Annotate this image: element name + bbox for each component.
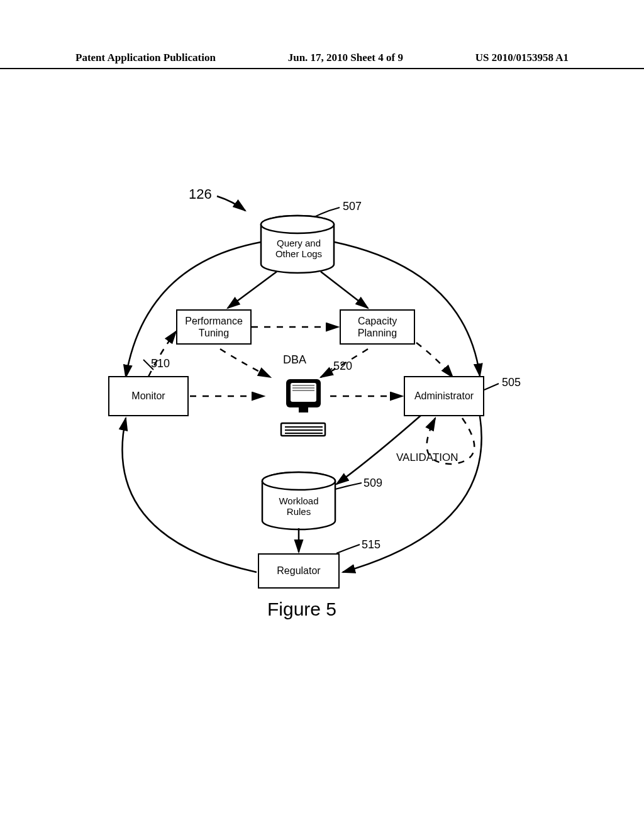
dba-label: DBA	[283, 353, 306, 367]
capacity-planning-box: Capacity Planning	[340, 309, 415, 345]
admin-box: Administrator	[404, 376, 484, 416]
ref-509: 509	[364, 477, 382, 490]
rules-label: Workload Rules	[270, 495, 327, 517]
capacity-planning-label: Capacity Planning	[343, 315, 411, 339]
figure-caption: Figure 5	[267, 599, 336, 620]
ref-515: 515	[362, 538, 380, 551]
svg-point-1	[261, 216, 334, 233]
monitor-label: Monitor	[131, 390, 165, 402]
svg-line-7	[484, 384, 499, 390]
perf-tuning-label: Performance Tuning	[180, 315, 248, 339]
validation-label: VALIDATION	[396, 451, 458, 464]
ref-505: 505	[502, 376, 521, 389]
ref-510: 510	[151, 357, 170, 370]
svg-point-9	[262, 472, 335, 490]
ref-507: 507	[343, 200, 362, 213]
perf-tuning-box: Performance Tuning	[176, 309, 252, 345]
svg-rect-16	[299, 407, 308, 412]
ref-520: 520	[333, 360, 352, 373]
svg-line-2	[228, 272, 277, 308]
logs-label: Query and Other Logs	[267, 238, 330, 259]
regulator-box: Regulator	[258, 553, 340, 589]
admin-label: Administrator	[414, 390, 474, 402]
svg-line-3	[321, 272, 368, 308]
regulator-label: Regulator	[277, 565, 320, 577]
monitor-box: Monitor	[108, 376, 189, 416]
